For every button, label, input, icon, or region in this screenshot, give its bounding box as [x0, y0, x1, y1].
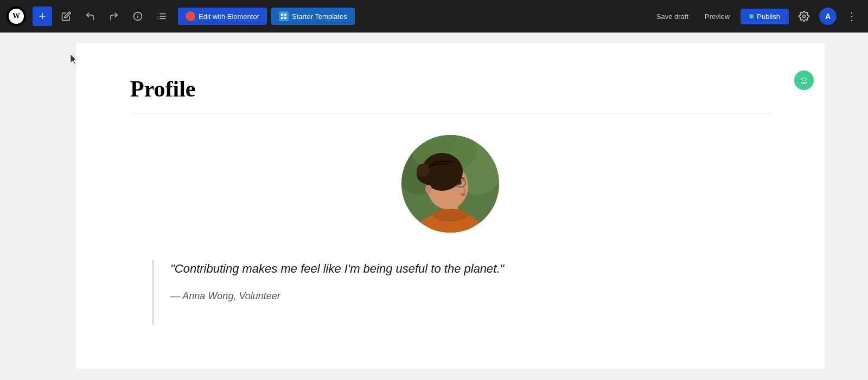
redo-icon	[109, 11, 119, 21]
quote-text: "Contributing makes me feel like I'm bei…	[170, 260, 749, 278]
wp-logo[interactable]: W	[7, 7, 26, 26]
quote-content: "Contributing makes me feel like I'm bei…	[170, 260, 749, 302]
settings-button[interactable]	[794, 7, 814, 26]
svg-point-21	[433, 209, 468, 222]
add-block-button[interactable]: +	[33, 7, 52, 26]
undo-icon	[85, 11, 95, 21]
starter-templates-icon	[279, 11, 289, 21]
list-icon	[157, 11, 167, 21]
title-divider	[130, 113, 770, 113]
preview-button[interactable]: Preview	[699, 9, 735, 24]
publish-label: Publish	[757, 12, 780, 21]
svg-point-13	[803, 15, 806, 18]
svg-rect-9	[281, 14, 283, 16]
quote-section: "Contributing makes me feel like I'm bei…	[130, 260, 770, 325]
edit-with-elementor-button[interactable]: Edit with Elementor	[178, 8, 267, 25]
svg-rect-10	[284, 14, 286, 16]
redo-button[interactable]	[104, 7, 124, 26]
list-view-button[interactable]	[152, 7, 171, 26]
edit-with-elementor-label: Edit with Elementor	[199, 12, 259, 21]
publish-status-dot	[749, 14, 754, 18]
svg-rect-12	[284, 17, 286, 19]
sidebar-strip	[0, 33, 33, 380]
svg-point-26	[417, 164, 430, 177]
edit-mode-button[interactable]	[56, 7, 76, 26]
editor-area[interactable]: ☺ Profile	[33, 33, 868, 380]
info-icon	[133, 11, 143, 21]
user-avatar-button[interactable]: A	[819, 8, 837, 25]
gear-icon	[799, 11, 809, 22]
pencil-icon	[61, 11, 71, 21]
toolbar-right: Save draft Preview Publish A ⋮	[651, 7, 861, 26]
starter-templates-button[interactable]: Starter Templates	[271, 8, 355, 25]
info-button[interactable]	[128, 7, 148, 26]
profile-image	[401, 135, 499, 233]
svg-rect-11	[281, 17, 283, 19]
svg-point-27	[425, 185, 432, 194]
page-title[interactable]: Profile	[130, 76, 770, 102]
publish-button[interactable]: Publish	[741, 9, 789, 24]
quote-bar	[152, 260, 154, 325]
wp-logo-icon: W	[9, 9, 24, 24]
elementor-icon	[186, 11, 195, 21]
toolbar: W +	[0, 0, 868, 33]
more-options-button[interactable]: ⋮	[842, 7, 861, 26]
smiley-icon: ☺	[794, 70, 814, 90]
page-block: ☺ Profile	[76, 43, 825, 369]
profile-image-container	[130, 135, 770, 233]
quote-attribution: — Anna Wong, Volunteer	[170, 291, 749, 302]
undo-button[interactable]	[80, 7, 100, 26]
save-draft-button[interactable]: Save draft	[651, 9, 694, 24]
main-content: ☺ Profile	[0, 33, 868, 380]
starter-templates-label: Starter Templates	[292, 12, 347, 21]
